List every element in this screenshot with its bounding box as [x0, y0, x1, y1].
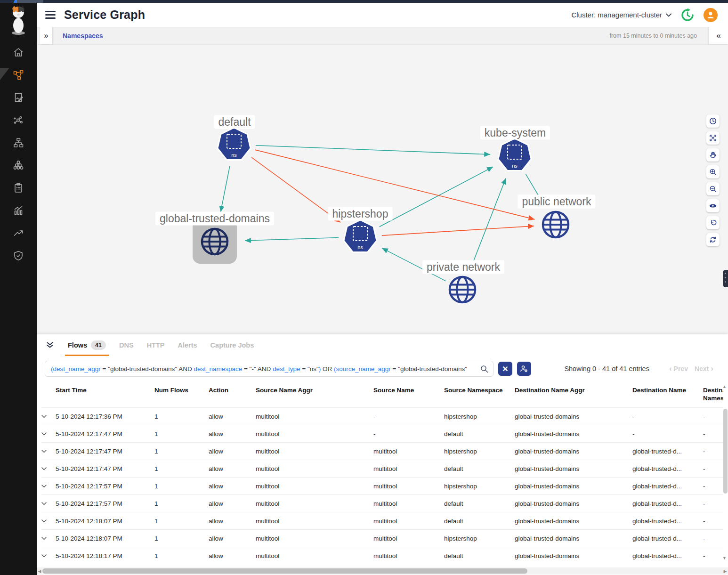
- graph-edge-hipstershop-to-global-trusted-domains[interactable]: [245, 237, 339, 240]
- time-machine-icon[interactable]: [680, 8, 695, 23]
- menu-icon[interactable]: [45, 11, 56, 19]
- page-title: Service Graph: [64, 8, 145, 22]
- graph-node-global-trusted-domains[interactable]: [193, 219, 237, 264]
- sidebar-item-trends[interactable]: [0, 227, 37, 239]
- row-expander-chevron-icon[interactable]: [41, 415, 56, 418]
- row-expander-chevron-icon[interactable]: [41, 467, 56, 470]
- column-header-source-name[interactable]: Source Name: [373, 381, 444, 402]
- table-cell: -: [373, 430, 444, 437]
- fit-screen-icon[interactable]: [706, 131, 720, 145]
- table-cell: multitool: [256, 500, 373, 507]
- graph-edge-default-to-public-network[interactable]: [255, 150, 535, 219]
- hscroll-right-arrow[interactable]: ▶: [722, 569, 728, 574]
- graph-edge-private-network-to-kube-system[interactable]: [469, 178, 506, 272]
- graph-node-label-hipstershop[interactable]: hipstershop: [328, 207, 393, 221]
- row-expander-chevron-icon[interactable]: [41, 450, 56, 453]
- sidebar-item-service-graph[interactable]: [0, 69, 37, 81]
- zoom-in-icon[interactable]: [706, 165, 720, 178]
- row-expander-chevron-icon[interactable]: [41, 432, 56, 436]
- collapse-right-button[interactable]: «: [709, 27, 728, 44]
- row-expander-chevron-icon[interactable]: [41, 519, 56, 523]
- column-header-action[interactable]: Action: [209, 381, 256, 402]
- undo-icon[interactable]: [706, 216, 720, 229]
- next-button[interactable]: Next ›: [695, 364, 713, 373]
- sidebar-item-home[interactable]: [0, 46, 37, 58]
- sidebar-item-nodes[interactable]: [0, 114, 37, 126]
- column-header-destination-namespace[interactable]: Destination Namespace: [703, 381, 723, 402]
- filter-query-segment: =: [242, 365, 249, 373]
- tab-capture-jobs[interactable]: Capture Jobs: [204, 334, 261, 356]
- service-graph-canvas[interactable]: nsnsns defaultkube-systemhipstershopglob…: [37, 45, 728, 334]
- graph-node-label-public-network[interactable]: public network: [518, 195, 595, 209]
- column-header-destination-name-aggr[interactable]: Destination Name Aggr: [515, 381, 632, 402]
- clock-icon[interactable]: [706, 114, 720, 128]
- chevron-down-icon: [666, 13, 671, 17]
- tab-flows[interactable]: Flows41: [61, 334, 113, 356]
- graph-node-label-private-network[interactable]: private network: [422, 260, 504, 274]
- visibility-icon[interactable]: [706, 199, 720, 212]
- filter-input[interactable]: (dest_name_aggr = "global-trusted-domain…: [45, 361, 493, 377]
- table-cell: -: [703, 465, 723, 472]
- graph-node-label-global-trusted-domains[interactable]: global-trusted-domains: [155, 212, 274, 226]
- breadcrumb[interactable]: Namespaces: [63, 32, 103, 40]
- filter-query-segment: OR: [321, 365, 334, 373]
- graph-node-private-network[interactable]: [450, 277, 475, 302]
- column-header-destination-name[interactable]: Destination Name: [632, 381, 703, 402]
- double-chevron-down-icon[interactable]: [46, 342, 54, 348]
- clear-filter-button[interactable]: ✕: [498, 362, 512, 376]
- sidebar-item-network-sets[interactable]: [0, 137, 37, 149]
- filter-query-segment: AND: [256, 365, 273, 373]
- clipboard-icon: [13, 182, 24, 194]
- prev-button[interactable]: ‹ Prev: [669, 364, 688, 373]
- side-drawer-handle[interactable]: [723, 270, 728, 287]
- column-header-source-namespace[interactable]: Source Namespace: [444, 381, 515, 402]
- vscroll-down-arrow[interactable]: ▼: [722, 556, 727, 560]
- graph-node-default[interactable]: ns: [218, 128, 251, 160]
- graph-node-kube-system[interactable]: ns: [498, 138, 531, 170]
- table-cell: default: [444, 465, 515, 472]
- graph-node-label-kube-system[interactable]: kube-system: [480, 126, 550, 140]
- column-header-start-time[interactable]: Start Time: [56, 381, 154, 402]
- hscroll-left-arrow[interactable]: ◀: [37, 569, 42, 574]
- pan-hand-icon[interactable]: [706, 148, 720, 162]
- tab-dns[interactable]: DNS: [113, 334, 140, 356]
- table-cell: global-trusted-domains: [515, 465, 632, 472]
- table-cell: -: [703, 500, 723, 507]
- graph-edge-default-to-kube-system[interactable]: [256, 146, 490, 154]
- vertical-scrollbar[interactable]: [723, 409, 728, 494]
- tab-alerts[interactable]: Alerts: [171, 334, 203, 356]
- sidebar-item-workloads[interactable]: [0, 159, 37, 171]
- sidebar-item-policies[interactable]: [0, 91, 37, 104]
- table-cell: -: [703, 413, 723, 420]
- refresh-icon[interactable]: [706, 233, 720, 246]
- table-row: 5-10-2024 12:18:07 PM1allowmultitoolmult…: [41, 512, 723, 529]
- horizontal-scrollbar[interactable]: [42, 568, 527, 574]
- row-expander-chevron-icon[interactable]: [41, 485, 56, 488]
- zoom-out-icon[interactable]: [706, 182, 720, 195]
- cluster-selector[interactable]: Cluster: management-cluster: [571, 11, 671, 19]
- sidebar-item-compliance[interactable]: [0, 182, 37, 194]
- graph-edge-hipstershop-to-kube-system[interactable]: [380, 167, 493, 227]
- graph-node-label-default[interactable]: default: [214, 115, 255, 129]
- table-cell: hipstershop: [444, 448, 515, 455]
- graph-node-hipstershop[interactable]: ns: [344, 220, 377, 252]
- tab-http[interactable]: HTTP: [140, 334, 171, 356]
- table-cell: -: [703, 448, 723, 455]
- sidebar-item-threat-defense[interactable]: [0, 250, 37, 262]
- column-header-source-name-aggr[interactable]: Source Name Aggr: [256, 381, 373, 402]
- graph-edge-hipstershop-to-public-network[interactable]: [382, 226, 534, 235]
- table-cell: -: [703, 430, 723, 437]
- user-avatar-icon[interactable]: [704, 8, 718, 22]
- graph-node-public-network[interactable]: [543, 212, 568, 237]
- row-expander-chevron-icon[interactable]: [41, 537, 56, 540]
- row-expander-chevron-icon[interactable]: [41, 502, 56, 505]
- sidebar-item-logs[interactable]: [0, 204, 37, 217]
- column-header-num-flows[interactable]: Num Flows: [154, 381, 209, 402]
- graph-edge-default-to-global-trusted-domains[interactable]: [220, 166, 230, 212]
- filter-query-text: (dest_name_aggr = "global-trusted-domain…: [51, 365, 480, 373]
- expand-panel-button[interactable]: »: [40, 27, 52, 44]
- vscroll-up-arrow[interactable]: ▲: [722, 384, 727, 389]
- column-settings-button[interactable]: [517, 362, 531, 376]
- app-header: Service Graph Cluster: management-cluste…: [37, 3, 728, 27]
- row-expander-chevron-icon[interactable]: [41, 554, 56, 558]
